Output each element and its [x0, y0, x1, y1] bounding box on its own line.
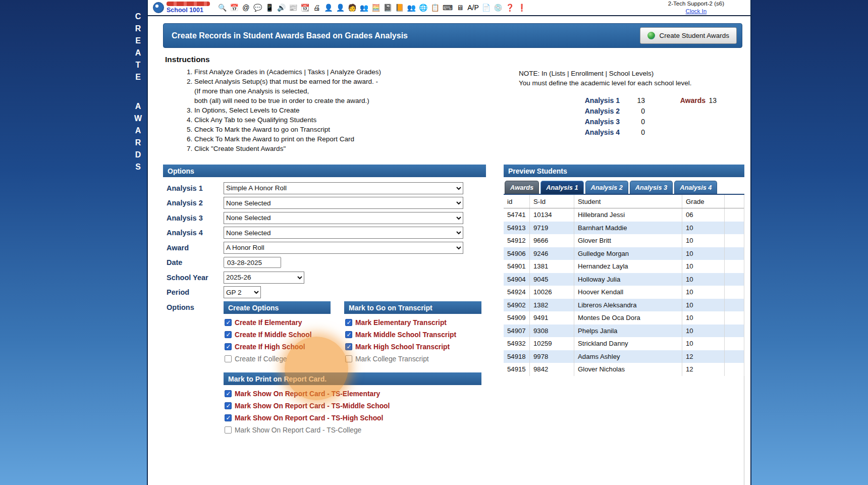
newsletter-icon[interactable]: 📰 — [289, 4, 297, 11]
student-row[interactable]: 54904 9045 Holloway Julia 10 — [504, 273, 744, 286]
student-row[interactable]: 54909 9491 Montes De Oca Dora 10 — [504, 311, 744, 325]
chat-icon[interactable]: 💬 — [253, 4, 262, 11]
cell-id: 54906 — [504, 247, 530, 260]
ap-icon[interactable]: A/P — [467, 4, 479, 11]
checkbox[interactable] — [225, 319, 232, 326]
analysis1-row: Analysis 1 Simple A Honor Roll — [163, 181, 486, 196]
checkbox-row[interactable]: Mark Middle School Transcript — [344, 329, 481, 341]
parents-icon[interactable]: 👥 — [360, 4, 368, 11]
student-row[interactable]: 54918 9978 Adams Ashley 12 — [504, 350, 744, 363]
checkbox[interactable] — [225, 426, 232, 434]
analysis3-label: Analysis 3 — [163, 214, 224, 222]
calendar-icon[interactable]: 📆 — [301, 4, 309, 11]
checkbox-row[interactable]: Create If Elementary — [224, 316, 331, 329]
analysis2-label: Analysis 2 — [163, 199, 224, 207]
checkbox-row[interactable]: Create If Middle School — [224, 329, 331, 341]
cell-empty — [725, 286, 744, 299]
analysis1-select[interactable]: Simple A Honor Roll — [224, 182, 463, 194]
checkbox[interactable] — [225, 402, 232, 409]
checkbox-label: Create If College — [235, 355, 287, 363]
portal-icon[interactable]: 🌐 — [419, 4, 427, 11]
print-icon[interactable]: 🖨 — [312, 4, 321, 11]
vertical-banner-awards: AWARDS — [133, 102, 142, 175]
preview-tab[interactable]: Analysis 4 — [674, 181, 717, 194]
student-row[interactable]: 54915 9842 Glover Nicholas 12 — [504, 363, 744, 376]
preview-tab-label: Analysis 1 — [546, 184, 578, 191]
checkbox-row[interactable]: Mark College Transcript — [344, 353, 481, 365]
gradebook-icon[interactable]: 📓 — [384, 4, 392, 11]
student-row[interactable]: 54902 1382 Libreros Aleksandra 10 — [504, 299, 744, 312]
count-label: Analysis 1 — [519, 96, 620, 105]
keyboard-icon[interactable]: ⌨ — [443, 4, 453, 11]
period-row: Period GP 2 — [163, 285, 486, 300]
preview-tab-label: Analysis 3 — [635, 184, 667, 191]
analysis1-label: Analysis 1 — [163, 184, 224, 192]
checkbox-row[interactable]: Mark High School Transcript — [344, 341, 481, 353]
app-logo[interactable]: School 1001 — [153, 2, 210, 14]
checkbox[interactable] — [345, 331, 352, 338]
checkbox-row[interactable]: Mark Show On Report Card - TS-Middle Sch… — [224, 400, 481, 412]
groups-icon[interactable]: 👥 — [407, 4, 416, 11]
checkbox[interactable] — [345, 355, 352, 362]
award-label: Award — [163, 244, 224, 252]
period-select[interactable]: GP 2 — [224, 286, 261, 298]
announcement-icon[interactable]: 🔊 — [277, 4, 286, 11]
lesson-plan-icon[interactable]: 📙 — [395, 4, 404, 11]
checkbox[interactable] — [225, 331, 232, 338]
pdf-icon[interactable]: 📄 — [482, 4, 491, 11]
student-row[interactable]: 54924 10026 Hoover Kendall 10 — [504, 286, 744, 299]
cell-sid: 9719 — [530, 222, 574, 235]
cell-student: Strickland Danny — [574, 337, 682, 350]
checkbox[interactable] — [225, 414, 232, 421]
preview-tab[interactable]: Awards — [505, 181, 539, 194]
student-icon[interactable]: 👤 — [336, 4, 345, 11]
analysis3-select[interactable]: None Selected — [224, 212, 463, 224]
create-student-awards-button[interactable]: Create Student Awards — [640, 27, 737, 44]
school-year-select[interactable]: 2025-26 — [224, 272, 304, 284]
calculator-icon[interactable]: 🧮 — [371, 4, 380, 11]
checkbox-row[interactable]: Mark Show On Report Card - TS-High Schoo… — [224, 412, 481, 424]
student-row[interactable]: 54741 10134 Hillebrand Jessi 06 — [504, 208, 744, 222]
calendar-grid-icon[interactable]: 📅 — [230, 4, 238, 11]
student-row[interactable]: 54907 9308 Phelps Janila 10 — [504, 325, 744, 338]
student-row[interactable]: 54901 1381 Hernandez Layla 10 — [504, 260, 744, 273]
analysis2-select[interactable]: None Selected — [224, 197, 463, 209]
analysis4-select[interactable]: None Selected — [224, 227, 463, 239]
checkbox[interactable] — [345, 343, 352, 350]
award-select[interactable]: A Honor Roll — [224, 242, 463, 254]
checkbox[interactable] — [225, 343, 232, 350]
checkbox-row[interactable]: Mark Show On Report Card - TS-College — [224, 424, 481, 436]
date-input[interactable] — [224, 257, 281, 268]
student-row[interactable]: 54906 9246 Gulledge Morgan 10 — [504, 247, 744, 260]
preview-tab[interactable]: Analysis 2 — [585, 181, 628, 194]
lists-icon[interactable]: 📋 — [431, 4, 440, 11]
checkbox-row[interactable]: Mark Show On Report Card - TS-Elementary — [224, 388, 481, 400]
staff-icon[interactable]: 🧑 — [348, 4, 356, 11]
checkbox[interactable] — [345, 319, 352, 326]
student-red-icon[interactable]: 👤 — [324, 4, 333, 11]
disc-icon[interactable]: 💿 — [494, 4, 502, 11]
cell-id: 54904 — [504, 273, 530, 286]
student-row[interactable]: 54932 10259 Strickland Danny 10 — [504, 337, 744, 350]
info-icon[interactable]: ❗ — [517, 4, 526, 11]
count-value: 0 — [620, 106, 645, 116]
cell-grade: 10 — [682, 325, 725, 338]
computer-icon[interactable]: 🖥 — [456, 4, 464, 11]
clock-in-link[interactable]: Clock In — [668, 8, 724, 15]
checkbox-row[interactable]: Create If High School — [224, 341, 331, 353]
checkbox-row[interactable]: Create If College — [224, 353, 331, 365]
vertical-banner-create: CREATE — [133, 12, 142, 85]
search-icon[interactable]: 🔍 — [218, 4, 227, 11]
mobile-phone-icon[interactable]: 📱 — [265, 4, 274, 11]
email-at-icon[interactable]: @ — [242, 4, 250, 11]
checkbox-row[interactable]: Mark Elementary Transcript — [344, 316, 481, 329]
preview-tab[interactable]: Analysis 3 — [630, 181, 673, 194]
checkbox[interactable] — [225, 390, 232, 397]
help-icon[interactable]: ❓ — [506, 4, 514, 11]
cell-sid: 9491 — [530, 311, 574, 325]
student-row[interactable]: 54913 9719 Barnhart Maddie 10 — [504, 222, 744, 235]
preview-tab[interactable]: Analysis 1 — [540, 181, 583, 194]
checkbox[interactable] — [225, 355, 232, 362]
student-row[interactable]: 54912 9666 Glover Britt 10 — [504, 234, 744, 247]
transcript-options-list: Mark Elementary Transcript Mark Middle S… — [344, 316, 481, 365]
